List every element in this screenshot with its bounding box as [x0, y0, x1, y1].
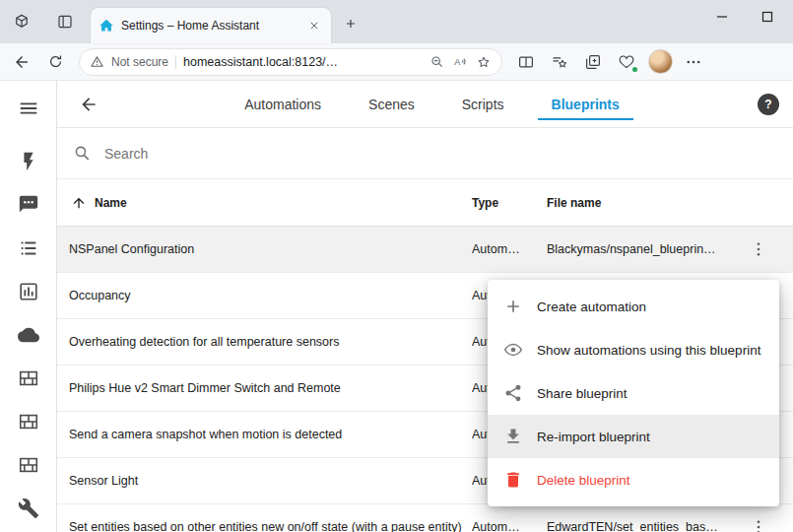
menu-item-label: Create automation: [537, 299, 646, 314]
row-file: Blackymas/nspanel_blueprin…: [547, 242, 724, 256]
row-name: Overheating detection for all temperatur…: [57, 335, 472, 349]
row-name: Sensor Light: [57, 474, 472, 488]
help-glyph: ?: [764, 98, 771, 111]
security-label: Not secure: [111, 55, 168, 69]
ha-back-button[interactable]: [71, 87, 106, 122]
collections-icon: [584, 53, 602, 71]
collections-button[interactable]: [577, 46, 609, 78]
read-aloud-icon: A: [452, 53, 469, 70]
share-icon: [503, 383, 523, 403]
new-tab-button[interactable]: [339, 12, 363, 35]
row-type: Autom…: [472, 242, 547, 256]
tab-scenes[interactable]: Scenes: [345, 81, 438, 127]
tab-scripts[interactable]: Scripts: [438, 81, 528, 127]
row-file: EdwardTEN/set_entities_bas…: [547, 520, 724, 532]
search-input[interactable]: [104, 146, 777, 162]
plus-icon: [344, 17, 358, 31]
profile-avatar: [648, 49, 673, 74]
menu-item-delete-blueprint[interactable]: Delete blueprint: [488, 458, 779, 501]
kebab-menu-icon: [750, 240, 767, 258]
tab-automations[interactable]: Automations: [221, 81, 345, 127]
star-icon: [476, 54, 492, 70]
bar-chart-icon: [18, 281, 39, 302]
close-icon: [309, 21, 319, 31]
sidebar-item-settings[interactable]: [5, 487, 52, 530]
lightning-bolt-icon: [18, 151, 39, 172]
sidebar-item-cloud[interactable]: [5, 313, 52, 357]
read-aloud-button[interactable]: A: [452, 53, 469, 70]
back-button[interactable]: [6, 46, 37, 78]
list-icon: [18, 237, 39, 259]
wrench-icon: [18, 498, 39, 519]
menu-item-create-automation[interactable]: Create automation: [488, 285, 779, 328]
back-arrow-icon: [13, 53, 31, 71]
menu-item-reimport-blueprint[interactable]: Re-import blueprint: [488, 415, 779, 458]
ha-tab-bar: Automations Scenes Scripts Blueprints: [106, 81, 758, 127]
menu-item-share-blueprint[interactable]: Share blueprint: [488, 371, 779, 415]
trash-icon: [503, 470, 523, 490]
maximize-button[interactable]: [745, 0, 790, 33]
tab-close-button[interactable]: [305, 17, 323, 34]
split-screen-icon: [517, 53, 535, 71]
column-header-name[interactable]: Name: [57, 195, 472, 211]
column-label: Name: [95, 196, 127, 210]
column-header-file[interactable]: File name: [547, 196, 724, 210]
wall-icon: [18, 411, 39, 432]
sidebar-item-history[interactable]: [5, 270, 52, 313]
row-overflow-button[interactable]: [746, 514, 771, 532]
home-assistant-favicon: [99, 18, 114, 33]
table-row[interactable]: NSPanel Configuration Autom… Blackymas/n…: [57, 227, 793, 273]
table-header: Name Type File name: [57, 179, 793, 227]
sidebar-item-panel-3[interactable]: [5, 443, 52, 487]
zoom-out-button[interactable]: [430, 54, 445, 70]
row-overflow-button[interactable]: [746, 236, 771, 262]
menu-item-show-automations[interactable]: Show automations using this blueprint: [488, 328, 779, 371]
tab-panel-button[interactable]: [51, 8, 79, 35]
browser-tab[interactable]: Settings – Home Assistant: [91, 8, 331, 43]
minimize-button[interactable]: [699, 0, 745, 33]
hamburger-menu-icon: [18, 98, 39, 119]
sidebar-item-assist[interactable]: [5, 183, 52, 227]
favorites-hub-icon: [551, 53, 568, 71]
window-controls: [699, 0, 793, 33]
refresh-icon: [47, 53, 64, 70]
tab-title: Settings – Home Assistant: [121, 19, 298, 33]
column-header-type[interactable]: Type: [472, 196, 547, 210]
menu-item-label: Re-import blueprint: [537, 430, 650, 444]
sidebar-item-panel-1[interactable]: [5, 357, 52, 400]
help-button[interactable]: ?: [758, 94, 779, 115]
not-secure-warning-icon: [90, 54, 104, 69]
search-icon: [73, 144, 93, 164]
home-assistant-app: Automations Scenes Scripts Blueprints ? …: [0, 81, 793, 532]
row-name: Occupancy: [57, 289, 472, 302]
profile-button[interactable]: [644, 46, 676, 78]
browser-menu-button[interactable]: [678, 46, 709, 78]
workspaces-button[interactable]: [8, 8, 35, 35]
table-row[interactable]: Set entities based on other entities new…: [57, 504, 793, 532]
browser-essentials-button[interactable]: [611, 46, 642, 78]
sidebar-item-energy[interactable]: [5, 140, 52, 183]
maximize-icon: [761, 11, 773, 23]
refresh-button[interactable]: [39, 46, 71, 78]
row-name: Set entities based on other entities new…: [57, 520, 472, 532]
row-name: Send a camera snapshot when motion is de…: [57, 428, 472, 441]
svg-text:A: A: [454, 57, 461, 67]
favorites-button[interactable]: [544, 46, 575, 78]
back-arrow-icon: [79, 95, 99, 114]
sort-ascending-icon: [71, 195, 87, 211]
address-bar[interactable]: Not secure homeassistant.local:8123/… A: [79, 48, 502, 76]
status-ok-dot: [630, 65, 639, 74]
download-icon: [503, 427, 523, 446]
add-favorite-button[interactable]: [476, 54, 492, 70]
sidebar-menu-button[interactable]: [5, 87, 52, 130]
kebab-menu-icon: [750, 518, 767, 532]
row-name: Philips Hue v2 Smart Dimmer Switch and R…: [57, 381, 472, 395]
sidebar-item-logbook[interactable]: [5, 227, 52, 270]
row-type: Autom…: [472, 520, 547, 532]
split-screen-button[interactable]: [510, 46, 542, 78]
address-separator: [175, 55, 176, 69]
blueprint-context-menu: Create automation Show automations using…: [488, 280, 779, 506]
tab-blueprints[interactable]: Blueprints: [528, 81, 643, 127]
sidebar-item-panel-2[interactable]: [5, 400, 52, 443]
workspaces-icon: [13, 13, 31, 31]
